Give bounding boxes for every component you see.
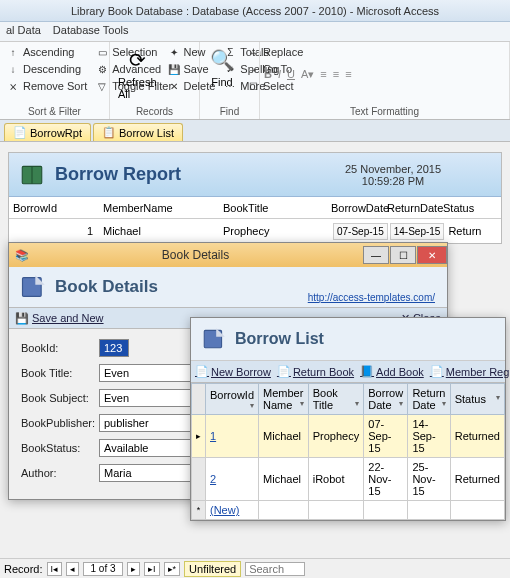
template-link[interactable]: http://access-templates.com/ [308, 292, 435, 303]
nav-position[interactable] [83, 562, 123, 576]
ribbon: ↑Ascending ↓Descending ⨯Remove Sort ▭Sel… [0, 42, 510, 120]
col-member-name[interactable]: Member Name▾ [259, 384, 309, 415]
cell-title: Prophecy [223, 225, 331, 237]
col-selector[interactable] [192, 384, 206, 415]
borrow-list-window: Borrow List 📄New Borrow 📄Return Book 📘Ad… [190, 317, 506, 521]
goto-icon: → [246, 62, 260, 76]
form-icon: 📋 [102, 126, 116, 139]
search-input[interactable] [245, 562, 305, 576]
tab-borrow-list[interactable]: 📋Borrow List [93, 123, 183, 141]
group-sort-filter: Sort & Filter [4, 104, 105, 117]
cell-rdate[interactable]: 25-Nov-15 [408, 458, 450, 501]
record-navigator: Record: I◂ ◂ ▸ ▸I ▸* Unfiltered [0, 558, 510, 578]
cell-borrowid[interactable]: 2 [206, 458, 259, 501]
toggle-filter-icon: ▽ [95, 79, 109, 93]
save-icon: 💾 [167, 62, 181, 76]
report-title: Borrow Report [55, 164, 181, 185]
sort-ascending[interactable]: ↑Ascending [4, 44, 89, 60]
bold-button[interactable]: B [264, 68, 272, 80]
menu-database-tools[interactable]: Database Tools [53, 24, 129, 39]
group-records: Records [114, 104, 195, 117]
tab-borrow-rpt[interactable]: 📄BorrowRpt [4, 123, 91, 141]
nav-new[interactable]: ▸* [164, 562, 181, 576]
table-new-row[interactable]: * (New) [192, 501, 505, 520]
book-details-header: Book Details http://access-templates.com… [9, 267, 447, 307]
add-book-button[interactable]: 📘Add Book [360, 365, 424, 378]
refresh-all[interactable]: ⟳Refresh All [114, 44, 161, 102]
borrow-report: Borrow Report 25 November, 2015 10:59:28… [8, 152, 502, 244]
document-tabs: 📄BorrowRpt 📋Borrow List [0, 120, 510, 142]
cell-borrowid[interactable]: 1 [206, 415, 259, 458]
col-status[interactable]: Status▾ [450, 384, 504, 415]
col-borrowdate: BorrowDate [331, 202, 387, 214]
align-left-button[interactable]: ≡ [320, 68, 326, 80]
input-bookid[interactable] [99, 339, 129, 357]
col-borrowid: BorrowId [13, 202, 103, 214]
window-titlebar[interactable]: 📚 Book Details — ☐ ✕ [9, 243, 447, 267]
cell-borrowid: 1 [13, 225, 103, 237]
col-booktitle: BookTitle [223, 202, 331, 214]
col-return-date[interactable]: Return Date▾ [408, 384, 450, 415]
borrow-toolbar: 📄New Borrow 📄Return Book 📘Add Book 📄Memb… [191, 361, 505, 383]
cell-bdate[interactable]: 07-Sep-15 [364, 415, 408, 458]
label-author: Author: [21, 467, 99, 479]
underline-button[interactable]: U [287, 68, 295, 80]
col-book-title[interactable]: Book Title▾ [308, 384, 364, 415]
close-button[interactable]: ✕ [417, 246, 447, 264]
label-bookid: BookId: [21, 342, 99, 354]
italic-button[interactable]: I [278, 68, 281, 80]
cell-new[interactable]: (New) [206, 501, 259, 520]
font-color-button[interactable]: A▾ [301, 68, 314, 81]
cell-status: Return [444, 225, 484, 237]
col-borrow-date[interactable]: Borrow Date▾ [364, 384, 408, 415]
find-button[interactable]: 🔍Find [204, 44, 240, 90]
table-row[interactable]: ▸ 1 Michael Prophecy 07-Sep-15 14-Sep-15… [192, 415, 505, 458]
chevron-down-icon[interactable]: ▾ [250, 401, 254, 410]
return-book-button[interactable]: 📄Return Book [277, 365, 354, 378]
save-and-new-button[interactable]: 💾Save and New [15, 312, 104, 325]
add-icon: 📘 [360, 365, 374, 378]
remove-sort[interactable]: ⨯Remove Sort [4, 78, 89, 94]
report-icon: 📄 [13, 126, 27, 139]
sort-descending[interactable]: ↓Descending [4, 61, 89, 77]
new-row-marker[interactable]: * [192, 501, 206, 520]
cell-title[interactable]: Prophecy [308, 415, 364, 458]
align-center-button[interactable]: ≡ [333, 68, 339, 80]
row-selector[interactable] [192, 458, 206, 501]
book-details-title: Book Details [55, 277, 158, 297]
menu-external-data[interactable]: al Data [6, 24, 41, 39]
cell-returndate: 14-Sep-15 [390, 223, 445, 240]
minimize-button[interactable]: — [363, 246, 389, 264]
maximize-button[interactable]: ☐ [390, 246, 416, 264]
row-selector[interactable]: ▸ [192, 415, 206, 458]
nav-first[interactable]: I◂ [47, 562, 63, 576]
member-registration-button[interactable]: 📄Member Registration [430, 365, 510, 378]
new-borrow-button[interactable]: 📄New Borrow [195, 365, 271, 378]
cell-rdate[interactable]: 14-Sep-15 [408, 415, 450, 458]
filter-indicator[interactable]: Unfiltered [184, 561, 241, 577]
find-icon: 🔍 [208, 46, 236, 74]
align-right-button[interactable]: ≡ [345, 68, 351, 80]
table-row[interactable]: 2 Michael iRobot 22-Nov-15 25-Nov-15 Ret… [192, 458, 505, 501]
cell-status[interactable]: Returned [450, 415, 504, 458]
sort-desc-icon: ↓ [6, 62, 20, 76]
cell-status[interactable]: Returned [450, 458, 504, 501]
cell-member[interactable]: Michael [259, 415, 309, 458]
nav-next[interactable]: ▸ [127, 562, 140, 576]
cell-member[interactable]: Michael [259, 458, 309, 501]
cell-title[interactable]: iRobot [308, 458, 364, 501]
label-subject: Book Subject: [21, 392, 99, 404]
nav-prev[interactable]: ◂ [66, 562, 79, 576]
borrow-list-header: Borrow List [191, 318, 505, 361]
return-icon: 📄 [277, 365, 291, 378]
col-status: Status [443, 202, 483, 214]
window-title: Library Book Database : Database (Access… [0, 0, 510, 22]
book-icon [19, 162, 45, 188]
delete-icon: ✕ [167, 79, 181, 93]
cell-bdate[interactable]: 22-Nov-15 [364, 458, 408, 501]
cell-member: Michael [103, 225, 223, 237]
nav-label: Record: [4, 563, 43, 575]
nav-last[interactable]: ▸I [144, 562, 160, 576]
report-time: 10:59:28 PM [345, 175, 441, 187]
col-borrowid[interactable]: BorrowId▾ [206, 384, 259, 415]
